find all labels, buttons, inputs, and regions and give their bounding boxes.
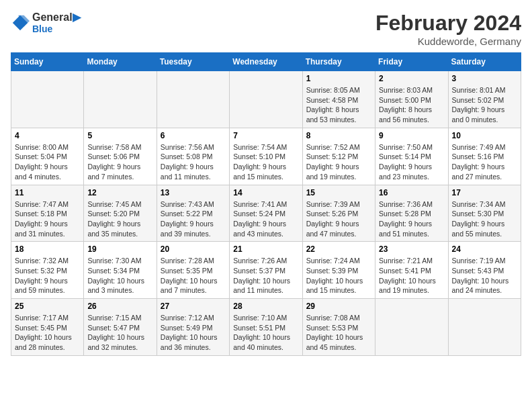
calendar-cell: 23Sunrise: 7:21 AMSunset: 5:41 PMDayligh… <box>375 242 448 299</box>
calendar-cell: 27Sunrise: 7:12 AMSunset: 5:49 PMDayligh… <box>157 299 229 356</box>
day-info: Sunrise: 7:56 AMSunset: 5:08 PMDaylight:… <box>161 142 226 182</box>
calendar-cell: 11Sunrise: 7:47 AMSunset: 5:18 PMDayligh… <box>11 185 84 242</box>
day-info: Sunrise: 7:12 AMSunset: 5:49 PMDaylight:… <box>161 313 226 353</box>
day-number: 22 <box>306 244 371 254</box>
title-block: February 2024 Kuddeworde, Germany <box>375 11 521 47</box>
calendar-cell: 1Sunrise: 8:05 AMSunset: 4:58 PMDaylight… <box>302 71 375 128</box>
day-number: 15 <box>306 188 371 197</box>
day-number: 19 <box>87 244 152 254</box>
calendar-cell: 20Sunrise: 7:28 AMSunset: 5:35 PMDayligh… <box>157 242 229 299</box>
day-info: Sunrise: 7:21 AMSunset: 5:41 PMDaylight:… <box>379 256 444 295</box>
day-number: 13 <box>161 188 226 197</box>
calendar-cell: 17Sunrise: 7:34 AMSunset: 5:30 PMDayligh… <box>448 185 521 242</box>
day-info: Sunrise: 7:30 AMSunset: 5:34 PMDaylight:… <box>87 256 152 295</box>
main-title: February 2024 <box>375 11 521 36</box>
calendar-cell: 22Sunrise: 7:24 AMSunset: 5:39 PMDayligh… <box>302 242 375 299</box>
calendar-cell: 4Sunrise: 8:00 AMSunset: 5:04 PMDaylight… <box>11 128 84 185</box>
calendar-cell: 5Sunrise: 7:58 AMSunset: 5:06 PMDaylight… <box>84 128 157 185</box>
day-number: 8 <box>306 131 371 140</box>
calendar-cell <box>375 299 448 356</box>
calendar-cell: 26Sunrise: 7:15 AMSunset: 5:47 PMDayligh… <box>84 299 157 356</box>
day-info: Sunrise: 7:28 AMSunset: 5:35 PMDaylight:… <box>161 256 226 295</box>
day-info: Sunrise: 7:54 AMSunset: 5:10 PMDaylight:… <box>233 142 298 182</box>
day-info: Sunrise: 7:45 AMSunset: 5:20 PMDaylight:… <box>87 199 152 239</box>
day-info: Sunrise: 7:19 AMSunset: 5:43 PMDaylight:… <box>452 256 517 295</box>
col-sunday: Sunday <box>11 53 84 71</box>
calendar-cell: 6Sunrise: 7:56 AMSunset: 5:08 PMDaylight… <box>157 128 229 185</box>
day-number: 2 <box>379 74 444 83</box>
day-number: 29 <box>306 302 371 311</box>
calendar-cell: 25Sunrise: 7:17 AMSunset: 5:45 PMDayligh… <box>11 299 84 356</box>
calendar-cell <box>448 299 521 356</box>
day-number: 6 <box>161 131 226 140</box>
day-number: 1 <box>306 74 371 83</box>
day-info: Sunrise: 8:05 AMSunset: 4:58 PMDaylight:… <box>306 85 371 125</box>
day-info: Sunrise: 8:03 AMSunset: 5:00 PMDaylight:… <box>379 85 444 125</box>
calendar-cell: 21Sunrise: 7:26 AMSunset: 5:37 PMDayligh… <box>230 242 302 299</box>
day-number: 7 <box>233 131 298 140</box>
calendar-row: 4Sunrise: 8:00 AMSunset: 5:04 PMDaylight… <box>11 128 521 185</box>
day-info: Sunrise: 7:58 AMSunset: 5:06 PMDaylight:… <box>87 142 152 182</box>
day-info: Sunrise: 7:36 AMSunset: 5:28 PMDaylight:… <box>379 199 444 239</box>
day-info: Sunrise: 7:52 AMSunset: 5:12 PMDaylight:… <box>306 142 371 182</box>
day-number: 27 <box>161 302 226 311</box>
day-info: Sunrise: 7:39 AMSunset: 5:26 PMDaylight:… <box>306 199 371 239</box>
day-number: 17 <box>452 188 517 197</box>
day-info: Sunrise: 7:34 AMSunset: 5:30 PMDaylight:… <box>452 199 517 239</box>
calendar-cell: 18Sunrise: 7:32 AMSunset: 5:32 PMDayligh… <box>11 242 84 299</box>
day-number: 24 <box>452 244 517 254</box>
calendar-row: 18Sunrise: 7:32 AMSunset: 5:32 PMDayligh… <box>11 242 521 299</box>
day-number: 23 <box>379 244 444 254</box>
calendar-cell: 29Sunrise: 7:08 AMSunset: 5:53 PMDayligh… <box>302 299 375 356</box>
calendar-cell <box>157 71 229 128</box>
day-info: Sunrise: 7:24 AMSunset: 5:39 PMDaylight:… <box>306 256 371 295</box>
calendar-header: Sunday Monday Tuesday Wednesday Thursday… <box>11 53 521 71</box>
calendar-cell: 7Sunrise: 7:54 AMSunset: 5:10 PMDaylight… <box>230 128 302 185</box>
logo-icon <box>11 13 30 32</box>
day-number: 25 <box>15 302 80 311</box>
subtitle: Kuddeworde, Germany <box>375 36 521 47</box>
day-number: 5 <box>87 131 152 140</box>
day-number: 14 <box>233 188 298 197</box>
day-number: 12 <box>87 188 152 197</box>
calendar-row: 11Sunrise: 7:47 AMSunset: 5:18 PMDayligh… <box>11 185 521 242</box>
col-thursday: Thursday <box>302 53 375 71</box>
day-info: Sunrise: 8:01 AMSunset: 5:02 PMDaylight:… <box>452 85 517 125</box>
calendar-cell: 9Sunrise: 7:50 AMSunset: 5:14 PMDaylight… <box>375 128 448 185</box>
day-number: 21 <box>233 244 298 254</box>
day-info: Sunrise: 7:49 AMSunset: 5:16 PMDaylight:… <box>452 142 517 182</box>
day-number: 4 <box>15 131 80 140</box>
day-number: 16 <box>379 188 444 197</box>
page-header: General▶ Blue February 2024 Kuddeworde, … <box>11 11 521 47</box>
day-info: Sunrise: 7:43 AMSunset: 5:22 PMDaylight:… <box>161 199 226 239</box>
calendar-cell: 2Sunrise: 8:03 AMSunset: 5:00 PMDaylight… <box>375 71 448 128</box>
day-info: Sunrise: 7:32 AMSunset: 5:32 PMDaylight:… <box>15 256 80 295</box>
day-info: Sunrise: 7:08 AMSunset: 5:53 PMDaylight:… <box>306 313 371 353</box>
day-number: 18 <box>15 244 80 254</box>
day-info: Sunrise: 8:00 AMSunset: 5:04 PMDaylight:… <box>15 142 80 182</box>
calendar-cell: 15Sunrise: 7:39 AMSunset: 5:26 PMDayligh… <box>302 185 375 242</box>
calendar-cell <box>11 71 84 128</box>
calendar-row: 1Sunrise: 8:05 AMSunset: 4:58 PMDaylight… <box>11 71 521 128</box>
calendar-cell: 12Sunrise: 7:45 AMSunset: 5:20 PMDayligh… <box>84 185 157 242</box>
day-info: Sunrise: 7:15 AMSunset: 5:47 PMDaylight:… <box>87 313 152 353</box>
calendar-cell: 8Sunrise: 7:52 AMSunset: 5:12 PMDaylight… <box>302 128 375 185</box>
day-number: 20 <box>161 244 226 254</box>
day-info: Sunrise: 7:10 AMSunset: 5:51 PMDaylight:… <box>233 313 298 353</box>
day-number: 28 <box>233 302 298 311</box>
calendar-cell: 14Sunrise: 7:41 AMSunset: 5:24 PMDayligh… <box>230 185 302 242</box>
day-info: Sunrise: 7:17 AMSunset: 5:45 PMDaylight:… <box>15 313 80 353</box>
day-number: 9 <box>379 131 444 140</box>
col-saturday: Saturday <box>448 53 521 71</box>
calendar-cell <box>84 71 157 128</box>
day-number: 26 <box>87 302 152 311</box>
header-row: Sunday Monday Tuesday Wednesday Thursday… <box>11 53 521 71</box>
day-info: Sunrise: 7:50 AMSunset: 5:14 PMDaylight:… <box>379 142 444 182</box>
col-friday: Friday <box>375 53 448 71</box>
calendar-cell: 3Sunrise: 8:01 AMSunset: 5:02 PMDaylight… <box>448 71 521 128</box>
day-info: Sunrise: 7:47 AMSunset: 5:18 PMDaylight:… <box>15 199 80 239</box>
col-tuesday: Tuesday <box>157 53 229 71</box>
calendar-cell: 19Sunrise: 7:30 AMSunset: 5:34 PMDayligh… <box>84 242 157 299</box>
calendar-table: Sunday Monday Tuesday Wednesday Thursday… <box>11 52 521 356</box>
calendar-body: 1Sunrise: 8:05 AMSunset: 4:58 PMDaylight… <box>11 71 521 356</box>
